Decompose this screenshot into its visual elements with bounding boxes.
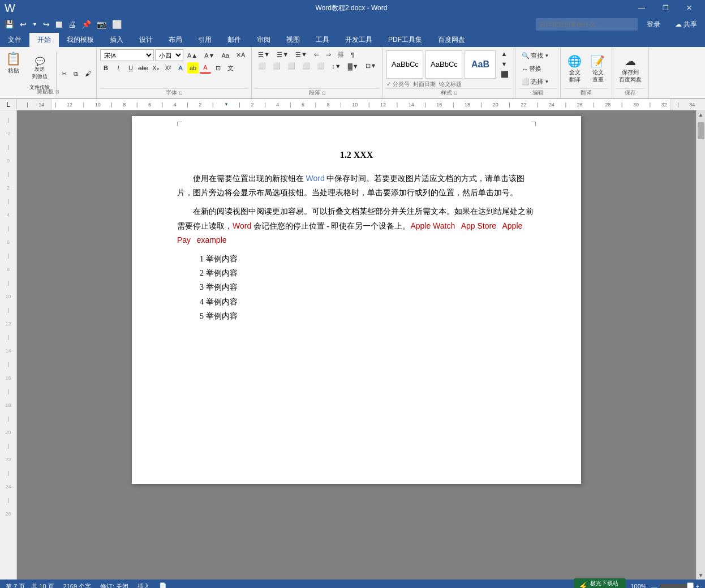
layout-quick-btn[interactable]: ⬜	[110, 19, 124, 30]
align-left-btn[interactable]: ⬜	[255, 61, 269, 71]
cut-btn[interactable]: ✂	[59, 69, 70, 79]
thesis-check-btn[interactable]: 📝 论文查重	[587, 52, 608, 86]
justify-btn[interactable]: ⬜	[299, 61, 313, 71]
save-quick-btn[interactable]: 💾	[2, 19, 16, 30]
select-btn[interactable]: ⬜选择▼	[519, 76, 557, 87]
font-shrink-btn[interactable]: A▼	[201, 51, 217, 60]
menu-layout[interactable]: 布局	[161, 33, 190, 47]
align-center-btn[interactable]: ⬜	[270, 61, 283, 71]
border-btn[interactable]: ⊡▼	[363, 61, 380, 71]
menu-tools[interactable]: 工具	[308, 33, 337, 47]
char-border-btn[interactable]: ⊡	[212, 62, 223, 74]
menu-review[interactable]: 审阅	[249, 33, 278, 47]
word-highlight-1: Word	[306, 174, 325, 183]
strikethrough-btn[interactable]: abc	[137, 62, 149, 74]
undo-quick-btn[interactable]: ↩	[18, 19, 29, 30]
zoom-percent[interactable]: 100%	[630, 583, 646, 588]
pinyin-btn[interactable]: 文	[225, 62, 236, 74]
document-scroll[interactable]: 1.2 XXX 使用在需要位置出现的新按钮在 Word 中保存时间。若要更改图片…	[17, 110, 696, 580]
menu-mytemplate[interactable]: 我的模板	[59, 33, 102, 47]
menu-home[interactable]: 开始	[29, 33, 59, 47]
minimize-button[interactable]: —	[630, 0, 653, 16]
replace-btn[interactable]: ↔替换	[519, 63, 557, 74]
multilevel-list-btn[interactable]: ☰▼	[293, 50, 310, 59]
document-area: |-2 |0 |2 |4 |6 |8 |10 |12 |14 |16 |18 |…	[0, 110, 705, 580]
find-btn[interactable]: 🔍查找▼	[519, 50, 557, 61]
more-quick-btn[interactable]: ⬜	[53, 20, 65, 29]
bold-btn[interactable]: B	[100, 62, 111, 74]
print-quick-btn[interactable]: 🖨	[66, 19, 78, 30]
font-family-select[interactable]: 宋体	[100, 49, 154, 61]
clear-format-btn[interactable]: ✕A	[233, 50, 248, 60]
pin-quick-btn[interactable]: 📌	[79, 19, 93, 30]
menu-pdf[interactable]: PDF工具集	[380, 33, 430, 47]
align-right-btn[interactable]: ⬜	[285, 61, 298, 71]
style-normal[interactable]: AaBbCc	[386, 50, 423, 79]
status-right: ⚡ 极光下载站 www.x27.com 100% — +	[574, 578, 699, 588]
redo-quick-btn[interactable]: ↪	[41, 19, 52, 30]
font-case-btn[interactable]: Aa	[218, 51, 231, 60]
font-size-select[interactable]: 小四	[155, 49, 183, 61]
close-button[interactable]: ✕	[678, 0, 700, 16]
format-painter-btn[interactable]: 🖌	[82, 69, 94, 79]
highlight-btn[interactable]: ab	[187, 62, 199, 74]
zoom-controls[interactable]: — +	[651, 583, 699, 588]
undo-dropdown-btn[interactable]: ▼	[30, 20, 40, 28]
font-grow-btn[interactable]: A▲	[184, 51, 200, 60]
font-section: 宋体 小四 A▲ A▼ Aa ✕A B I U abc X₂ X² A ab A	[97, 47, 252, 98]
menu-references[interactable]: 引用	[190, 33, 220, 47]
list-item: 5 举例内容	[200, 309, 536, 323]
sort-btn[interactable]: 排	[335, 49, 347, 60]
line-spacing-btn[interactable]: ↕▼	[329, 62, 343, 71]
doc-icon: 📄	[159, 582, 167, 589]
bullet-list-btn[interactable]: ☰▼	[255, 50, 273, 59]
italic-btn[interactable]: I	[113, 62, 124, 74]
bottom-logo: ⚡ 极光下载站 www.x27.com	[574, 578, 626, 588]
login-button[interactable]: 登录	[639, 18, 668, 32]
logo-name: 极光下载站	[590, 580, 622, 587]
page-info: 第 7 页，共 10 页	[6, 582, 54, 589]
menu-insert[interactable]: 插入	[102, 33, 131, 47]
style-no-spacing[interactable]: AaBbCc	[425, 50, 462, 79]
subscript-btn[interactable]: X₂	[150, 62, 161, 74]
menu-mail[interactable]: 邮件	[220, 33, 249, 47]
menu-design[interactable]: 设计	[131, 33, 161, 47]
decrease-indent-btn[interactable]: ⇐	[311, 50, 322, 59]
text-effect-btn[interactable]: A	[175, 62, 186, 74]
restore-button[interactable]: ❐	[654, 0, 677, 16]
share-button[interactable]: ☁ 共享	[669, 18, 703, 32]
menu-file[interactable]: 文件	[0, 33, 29, 47]
horizontal-ruler: |14|12|10|8|6|4|2|▼|2|4|6|8|10|12|14|16|…	[17, 99, 705, 110]
fulltext-translate-btn[interactable]: 🌐 全文翻译	[564, 52, 585, 86]
menu-developer[interactable]: 开发工具	[337, 33, 380, 47]
style-more-btn[interactable]: ⬛	[498, 70, 511, 79]
send-to-wechat-btn[interactable]: 💬 发送到微信	[27, 55, 53, 81]
paste-btn[interactable]: 📋 粘贴	[2, 49, 24, 77]
vertical-scrollbar[interactable]: ▲ ▼	[696, 110, 705, 580]
insert-mode: 插入	[137, 582, 150, 589]
style-heading[interactable]: AaB	[465, 50, 496, 79]
style-up-btn[interactable]: ▲	[498, 49, 511, 58]
font-section-label: 字体 ⊡	[100, 88, 248, 98]
status-left: 第 7 页，共 10 页 2169 个字 修订: 关闭 插入 📄	[6, 582, 167, 589]
list-item: 4 举例内容	[200, 295, 536, 309]
shading-btn[interactable]: ▓▼	[345, 62, 362, 71]
menu-baiducloud[interactable]: 百度网盘	[430, 33, 473, 47]
copy-btn[interactable]: ⧉	[71, 69, 81, 79]
style-down-btn[interactable]: ▼	[498, 59, 511, 68]
vertical-ruler: |-2 |0 |2 |4 |6 |8 |10 |12 |14 |16 |18 |…	[0, 110, 17, 580]
show-hide-btn[interactable]: ¶	[348, 50, 357, 59]
distributed-btn[interactable]: ⬜	[314, 61, 328, 71]
increase-indent-btn[interactable]: ⇒	[323, 50, 334, 59]
text-color-btn[interactable]: A	[200, 62, 211, 74]
menu-view[interactable]: 视图	[278, 33, 308, 47]
camera-quick-btn[interactable]: 📷	[94, 19, 109, 30]
underline-btn[interactable]: U	[125, 62, 136, 74]
para-1: 使用在需要位置出现的新按钮在 Word 中保存时间。若要更改图片适应文档的方式，…	[177, 171, 536, 200]
numbered-list-btn[interactable]: ☰▼	[274, 50, 291, 59]
apple-watch-highlight: Apple Watch	[410, 221, 455, 230]
search-input[interactable]	[536, 18, 638, 31]
doc-title: 1.2 XXX	[177, 150, 536, 160]
superscript-btn[interactable]: X²	[162, 62, 174, 74]
save-to-baidu-btn[interactable]: ☁ 保存到百度网盘	[616, 52, 645, 86]
